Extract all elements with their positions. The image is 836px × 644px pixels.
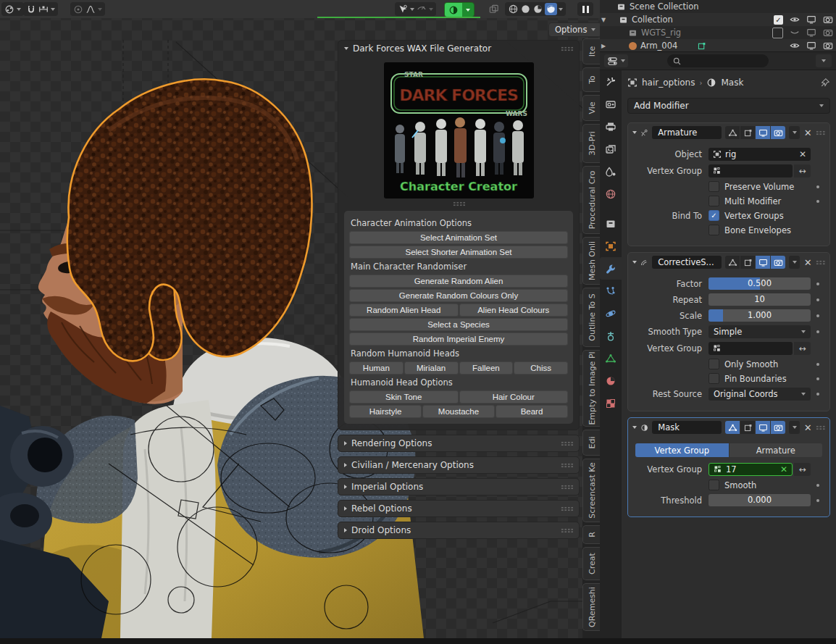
proportional-editing-group[interactable]	[70, 2, 105, 16]
smooth-checkbox[interactable]	[708, 480, 719, 490]
overlays-icon[interactable]	[417, 4, 427, 14]
camera-icon[interactable]	[823, 14, 833, 25]
snapping-group[interactable]	[23, 2, 58, 16]
wax-button-generate-random-colours-only[interactable]: Generate Random Colours Only	[349, 289, 568, 302]
chevron-down-icon[interactable]	[429, 8, 433, 11]
image-resize-grip-icon[interactable]	[453, 201, 465, 206]
breadcrumb-item[interactable]: Mask	[721, 78, 743, 88]
extras-dropdown[interactable]	[789, 421, 800, 434]
panel-imperial-options[interactable]: Imperial Options	[338, 478, 580, 495]
addon-green-toggle[interactable]	[444, 2, 475, 17]
transform-orientation-group[interactable]	[1, 2, 24, 16]
pin-icon[interactable]	[820, 78, 830, 88]
tab-collection[interactable]	[600, 212, 622, 235]
edit-mode-toggle[interactable]	[725, 126, 740, 139]
wax-button-hair-colour[interactable]: Hair Colour	[459, 390, 569, 403]
chevron-down-icon[interactable]	[344, 47, 348, 50]
chevron-down-icon[interactable]	[98, 8, 102, 11]
drag-grip-icon[interactable]	[816, 425, 825, 430]
tab-object[interactable]	[600, 235, 622, 257]
sidebar-tab-3d-print[interactable]: 3D-Pri	[582, 124, 600, 163]
animate-dot[interactable]	[816, 298, 819, 301]
tab-world[interactable]	[600, 183, 622, 205]
show-in-viewport-toggle[interactable]	[756, 421, 770, 434]
tab-object-data[interactable]	[600, 347, 622, 369]
drag-grip-icon[interactable]	[561, 528, 573, 533]
smooth-type-dropdown[interactable]: Simple	[708, 325, 811, 338]
tab-physics[interactable]	[600, 302, 622, 325]
chevron-down-icon[interactable]	[466, 9, 470, 12]
vertex-group-field[interactable]	[708, 342, 793, 355]
disclosure-triangle-icon[interactable]: ▶	[600, 43, 607, 49]
preserve-volume-checkbox[interactable]	[708, 181, 719, 192]
object-field[interactable]: rig ✕	[708, 148, 811, 161]
camera-icon[interactable]	[823, 28, 833, 38]
modifier-name-field[interactable]: Mask	[652, 421, 722, 434]
show-in-render-toggle[interactable]	[771, 421, 785, 434]
chevron-down-icon[interactable]	[17, 8, 21, 11]
wax-button-skin-tone[interactable]: Skin Tone	[349, 390, 459, 403]
tab-tool[interactable]	[600, 70, 622, 93]
vertex-group-field[interactable]: 17 ✕	[708, 463, 793, 476]
sidebar-tab-qremesher[interactable]: QRemeshi	[582, 583, 600, 631]
wax-button-hairstyle[interactable]: Hairstyle	[349, 405, 422, 418]
3d-viewport[interactable]: Options Dark Forces WAX File Generator S…	[0, 0, 600, 638]
chevron-down-icon[interactable]	[410, 8, 414, 11]
sidebar-tab-screencast-keys[interactable]: Screencast Ke	[582, 459, 600, 522]
tab-scene[interactable]	[600, 160, 622, 183]
modifier-name-field[interactable]: CorrectiveS...	[652, 256, 722, 269]
wax-button-random-alien-head[interactable]: Random Alien Head	[349, 304, 459, 317]
chevron-down-icon[interactable]	[632, 426, 637, 429]
tab-particles[interactable]	[600, 280, 622, 302]
modifier-header[interactable]: CorrectiveS... ✕	[628, 253, 829, 272]
falloff-curve-icon[interactable]	[85, 4, 96, 14]
show-in-viewport-toggle[interactable]	[756, 126, 770, 139]
sidebar-tab-outline-to-svg[interactable]: Outline To S	[582, 288, 600, 347]
animate-dot[interactable]	[816, 330, 819, 333]
drag-grip-icon[interactable]	[561, 46, 573, 51]
eye-icon[interactable]	[790, 14, 800, 25]
on-cage-toggle[interactable]	[740, 421, 755, 434]
sidebar-tab-view[interactable]: Vie	[582, 95, 600, 121]
tab-view-layer[interactable]	[600, 138, 622, 160]
clear-icon[interactable]: ✕	[780, 464, 787, 474]
close-icon[interactable]: ✕	[803, 422, 812, 433]
shading-solid-icon[interactable]	[520, 4, 531, 14]
sidebar-tab-mesh-online[interactable]: Mesh Onli	[582, 237, 600, 285]
animate-dot[interactable]	[816, 185, 819, 188]
options-dropdown[interactable]: Options	[548, 22, 602, 37]
camera-icon[interactable]	[823, 41, 833, 51]
close-icon[interactable]: ✕	[803, 127, 812, 138]
animate-dot[interactable]	[816, 377, 819, 380]
wax-button-select-a-species[interactable]: Select a Species	[349, 318, 568, 331]
shading-wireframe-icon[interactable]	[508, 4, 519, 14]
chevron-down-icon[interactable]	[559, 8, 563, 11]
sidebar-tab-create[interactable]: Creat	[582, 547, 600, 580]
shading-mode-group[interactable]	[505, 2, 566, 16]
rest-source-dropdown[interactable]: Original Coords	[708, 388, 811, 401]
monitor-icon[interactable]	[806, 28, 816, 38]
tab-constraints[interactable]	[600, 325, 622, 347]
sidebar-tab-item[interactable]: Ite	[582, 38, 600, 64]
drag-grip-icon[interactable]	[816, 130, 825, 135]
snap-target-icon[interactable]	[38, 4, 49, 14]
edit-mode-toggle[interactable]	[725, 421, 740, 434]
disclosure-triangle-icon[interactable]: ▼	[600, 17, 607, 23]
panel-rebel-options[interactable]: Rebel Options	[338, 500, 580, 517]
xray-toggle[interactable]	[485, 2, 502, 16]
animate-dot[interactable]	[816, 314, 819, 317]
collection-checkbox[interactable]: ✓	[774, 15, 783, 25]
show-in-render-toggle[interactable]	[771, 256, 785, 269]
tab-material[interactable]	[600, 369, 622, 392]
invert-vertex-group-button[interactable]: ↔	[794, 463, 811, 476]
sidebar-tab-empty-to-image-plane[interactable]: Empty to Image Pl	[582, 350, 600, 427]
pin-boundaries-checkbox[interactable]	[708, 373, 719, 384]
transform-orientation-icon[interactable]	[4, 4, 14, 14]
threshold-slider[interactable]: 0.000	[708, 494, 811, 506]
clear-icon[interactable]: ✕	[799, 149, 806, 159]
gizmo-group[interactable]	[395, 2, 436, 16]
tab-texture[interactable]	[600, 392, 622, 414]
sidebar-tab-tool[interactable]: To	[582, 67, 600, 92]
drag-grip-icon[interactable]	[816, 260, 825, 265]
animate-dot[interactable]	[816, 499, 819, 502]
